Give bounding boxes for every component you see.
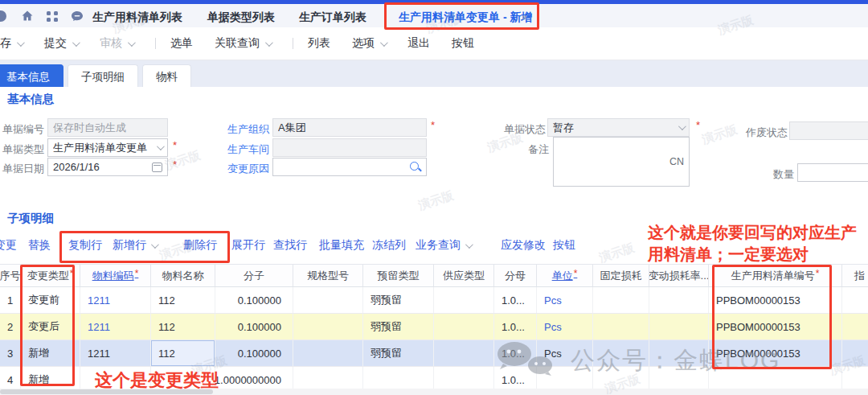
save-button[interactable]: 保存: [0, 36, 23, 51]
submit-button[interactable]: 提交: [44, 36, 78, 51]
window-tab-material-list[interactable]: 生产用料清单列表: [92, 10, 182, 25]
material-code-link[interactable]: 1211: [88, 321, 110, 333]
col-header-material-name[interactable]: 物料名称: [151, 265, 215, 286]
change-button[interactable]: 变更: [0, 238, 17, 253]
col-header-supply-type[interactable]: 供应类型: [434, 265, 494, 286]
bill-type-select[interactable]: 生产用料清单变更单: [47, 138, 168, 157]
cell-material-name[interactable]: 112: [151, 287, 215, 313]
col-header-numerator[interactable]: 分子: [215, 265, 293, 286]
qty-field[interactable]: [797, 163, 868, 182]
copy-row-button[interactable]: 复制行: [68, 238, 102, 253]
cell-supply-type[interactable]: [434, 287, 494, 313]
add-row-button[interactable]: 新增行: [113, 238, 157, 253]
window-tab-change-bill-new[interactable]: 生产用料清单变更单 - 新增: [399, 10, 532, 25]
cell-fixed-loss[interactable]: [593, 287, 649, 313]
col-header-reserve-type[interactable]: 预留类型: [363, 265, 434, 286]
app-launcher-icon[interactable]: [47, 10, 59, 23]
cell-numerator[interactable]: 0.100000: [215, 314, 293, 339]
unit-link[interactable]: Pcs: [544, 294, 562, 307]
clipped-icon[interactable]: [0, 10, 7, 23]
cell-unit[interactable]: Pcs: [537, 287, 593, 313]
cell-ppbom-no[interactable]: PPBOM00000153: [709, 314, 842, 339]
cell-material-code[interactable]: 1211: [80, 287, 151, 313]
cell-unit[interactable]: Pcs: [537, 340, 593, 366]
exit-button[interactable]: 退出: [407, 36, 430, 51]
select-bill-button[interactable]: 选单: [170, 36, 193, 51]
cell-material-name[interactable]: 112: [151, 314, 215, 339]
batch-fill-button[interactable]: 批量填充: [319, 238, 364, 253]
cell-material-code[interactable]: 1211: [80, 314, 151, 339]
cell-change-type[interactable]: 变更前: [21, 287, 80, 313]
cell-reserve-type[interactable]: 弱预留: [363, 314, 434, 339]
tab-material[interactable]: 物料: [142, 64, 191, 87]
cell-clipped[interactable]: [842, 314, 868, 339]
cell-spec-model[interactable]: [293, 287, 363, 313]
col-header-material-code[interactable]: 物料编码*: [80, 265, 151, 286]
cell-change-type[interactable]: 新增: [21, 340, 80, 366]
col-header-ppbom-no[interactable]: 生产用料清单编号*: [709, 265, 842, 286]
options-button[interactable]: 选项: [352, 36, 386, 51]
cell-ppbom-no[interactable]: PPBOM00000153: [709, 287, 842, 313]
col-header-fixed-loss[interactable]: 固定损耗: [593, 265, 649, 286]
change-reason-field[interactable]: [272, 158, 427, 176]
cell-fixed-loss[interactable]: [593, 340, 649, 366]
col-header-unit[interactable]: 单位*: [537, 265, 593, 286]
bill-date-field[interactable]: 2026/1/16: [47, 158, 168, 176]
cell-supply-type[interactable]: [434, 314, 494, 339]
cell-unit[interactable]: Pcs: [537, 314, 593, 339]
cell-variable-loss[interactable]: [649, 287, 709, 313]
workshop-field[interactable]: [272, 138, 427, 157]
message-icon[interactable]: [71, 10, 84, 23]
audit-button[interactable]: 审核: [100, 36, 133, 51]
cell-reserve-type[interactable]: 弱预留: [363, 340, 434, 366]
unit-link[interactable]: Pcs: [544, 321, 562, 333]
cell-denominator[interactable]: 1.0...: [494, 340, 537, 366]
col-header-change-type[interactable]: 变更类型*: [21, 265, 80, 286]
freeze-column-button[interactable]: 冻结列: [372, 238, 406, 253]
search-icon[interactable]: [409, 161, 421, 173]
cell-ppbom-no[interactable]: PPBOM00000153: [709, 340, 842, 366]
cell-denominator[interactable]: 1.0...: [494, 287, 537, 313]
doc-status-select[interactable]: 暂存: [547, 118, 690, 137]
bill-no-field[interactable]: 保存时自动生成: [47, 118, 168, 137]
col-header-denominator[interactable]: 分母: [494, 265, 537, 286]
delete-row-button[interactable]: 删除行: [183, 238, 217, 253]
tab-close-icon[interactable]: ×: [522, 11, 528, 23]
button-button-2[interactable]: 按钮: [553, 238, 575, 253]
grid-row-1[interactable]: 1 变更前 1211 112 0.100000 弱预留 1.0... Pcs P…: [0, 287, 868, 314]
cell-reserve-type[interactable]: 弱预留: [363, 287, 434, 313]
cell-clipped[interactable]: [842, 340, 868, 366]
cell-supply-type[interactable]: [434, 340, 494, 366]
cell-material-name-active[interactable]: 112: [151, 340, 215, 366]
cell-numerator[interactable]: 0.100000: [215, 340, 293, 366]
home-icon[interactable]: [21, 10, 34, 23]
cell-spec-model[interactable]: [293, 314, 363, 339]
cell-clipped[interactable]: [842, 287, 868, 313]
cell-spec-model[interactable]: [293, 340, 363, 366]
related-query-button[interactable]: 关联查询: [215, 36, 271, 51]
cell-material-code[interactable]: 1211: [80, 340, 151, 366]
cell-change-type[interactable]: 变更后: [21, 314, 80, 339]
grid-row-2[interactable]: 2 变更后 1211 112 0.100000 弱预留 1.0... Pcs P…: [0, 314, 868, 340]
cell-numerator[interactable]: 0.100000: [215, 287, 293, 313]
business-query-button[interactable]: 业务查询: [416, 238, 471, 253]
col-header-seq[interactable]: 序号: [0, 265, 21, 286]
calendar-icon[interactable]: [152, 163, 162, 172]
cell-variable-loss[interactable]: [649, 340, 709, 366]
issue-modify-button[interactable]: 应发修改: [501, 238, 546, 253]
tab-sub-item-detail[interactable]: 子项明细: [68, 64, 138, 87]
col-header-clipped[interactable]: 指: [842, 265, 868, 286]
cell-denominator[interactable]: 1.0...: [494, 314, 537, 339]
tab-basic-info[interactable]: 基本信息: [0, 64, 63, 87]
window-tab-billtype-list[interactable]: 单据类型列表: [207, 10, 275, 25]
expand-row-button[interactable]: 展开行: [231, 238, 265, 253]
list-button[interactable]: 列表: [308, 36, 330, 51]
material-code-link[interactable]: 1211: [88, 294, 110, 307]
cell-fixed-loss[interactable]: [593, 314, 649, 339]
col-header-variable-loss-rate[interactable]: 变动损耗率...: [649, 265, 709, 286]
find-row-button[interactable]: 查找行: [273, 238, 307, 253]
cell-variable-loss[interactable]: [649, 314, 709, 339]
grid-row-3-selected[interactable]: 3 新增 1211 112 0.100000 弱预留 1.0... Pcs PP…: [0, 340, 868, 367]
col-header-spec-model[interactable]: 规格型号: [293, 265, 363, 286]
prod-org-field[interactable]: A集团: [272, 118, 427, 137]
